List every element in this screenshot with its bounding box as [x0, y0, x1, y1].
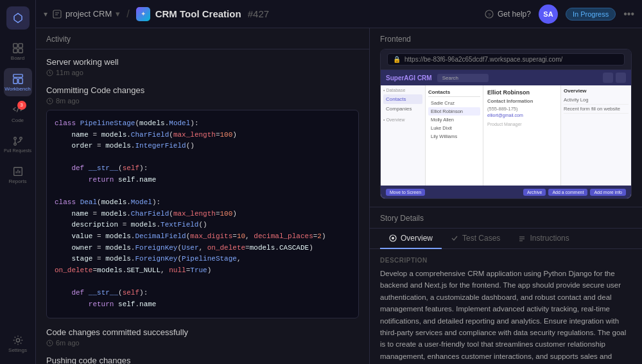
code-badge: 3	[17, 101, 26, 110]
activity-title-4: Pushing code changes	[46, 356, 359, 364]
crm-overview-item-1: Activity Log	[564, 96, 629, 105]
tab-test-cases[interactable]: Test Cases	[442, 229, 509, 249]
sidebar-collapse-button[interactable]: ▾	[44, 10, 48, 19]
story-details-header: Story Details	[370, 207, 642, 229]
story-description-label: DESCRIPTION	[380, 257, 632, 264]
svg-rect-7	[13, 78, 17, 83]
crm-contact-2[interactable]: Elliot Robinson	[428, 107, 480, 116]
browser-url-bar[interactable]: 🔒 https://be-83f6-96a2c65dcdf7.workspace…	[387, 53, 625, 65]
project-name: project CRM	[65, 9, 112, 19]
crm-overview-title: Overview	[564, 88, 629, 94]
activity-time-2: 8m ago	[46, 97, 359, 105]
svg-point-10	[13, 137, 16, 139]
crm-role: Product Manager	[487, 122, 557, 126]
crm-topbar: SuperAGI CRM Search	[381, 70, 631, 85]
issue-title-area: ✦ CRM Tool Creation #427	[136, 7, 480, 21]
crm-contact-info-label: Contact Information	[487, 98, 557, 104]
crm-brand: SuperAGI CRM	[386, 74, 432, 82]
activity-item-2: Committing Code changes 8m ago class Pip…	[46, 85, 359, 318]
sidebar-settings-label: Settings	[8, 347, 27, 353]
tab-instructions[interactable]: Instructions	[509, 229, 578, 249]
sidebar-board-label: Board	[11, 55, 24, 61]
svg-point-30	[392, 237, 394, 239]
activity-item-3: Code changes committed successfully 6m a…	[46, 327, 359, 347]
crm-contact-details: (555-889-175) elliort@gmail.com	[487, 105, 557, 119]
sidebar-item-workbench[interactable]: Workbench	[4, 68, 32, 96]
browser-bar: 🔒 https://be-83f6-96a2c65dcdf7.workspace…	[381, 49, 631, 70]
activity-item-1: Server working well 11m ago	[46, 57, 359, 76]
activity-title-2: Committing Code changes	[46, 85, 359, 95]
sidebar-item-code[interactable]: 3 Code	[4, 99, 32, 127]
svg-point-11	[13, 143, 16, 145]
overview-tab-icon	[389, 234, 397, 242]
activity-item-4: Pushing code changes 3m ago	[46, 356, 359, 364]
activity-header: Activity	[36, 28, 369, 49]
topbar-right-actions: ? Get help? SA In Progress •••	[485, 4, 634, 24]
story-tabs: Overview Test Cases	[370, 229, 642, 249]
crm-more-btn[interactable]: Add more info	[590, 189, 626, 196]
crm-body: • Database Contacts Companies • Overview…	[381, 85, 631, 186]
more-options-button[interactable]: •••	[623, 8, 634, 20]
crm-comment-btn[interactable]: Add a comment	[548, 189, 587, 196]
sidebar-pr-label: Pull Requests	[4, 148, 31, 153]
sidebar-item-board[interactable]: Board	[4, 37, 32, 65]
svg-text:?: ?	[488, 12, 491, 17]
user-avatar[interactable]: SA	[539, 4, 558, 24]
sidebar-reports-label: Reports	[8, 178, 26, 184]
app-logo	[6, 6, 30, 30]
sidebar-code-label: Code	[12, 117, 24, 123]
svg-rect-3	[18, 43, 22, 47]
crm-overview-item-2: Recent form fill on website	[564, 105, 629, 114]
sidebar-item-settings[interactable]: Settings	[4, 329, 32, 358]
test-cases-tab-icon	[451, 234, 458, 242]
project-chevron-icon: ▾	[116, 9, 120, 19]
sidebar-item-reports[interactable]: Reports	[4, 160, 32, 189]
clock-icon-1	[46, 69, 53, 76]
sidebar-item-pull-requests[interactable]: Pull Requests	[4, 130, 32, 158]
crm-contact-1[interactable]: Sadie Cruz	[428, 99, 480, 107]
story-content: DESCRIPTION Develop a comprehensive CRM …	[370, 249, 642, 364]
crm-contact-5[interactable]: Lily Williams	[428, 132, 480, 141]
svg-rect-6	[13, 74, 22, 77]
tab-overview[interactable]: Overview	[380, 229, 442, 249]
issue-title: CRM Tool Creation #427	[155, 8, 269, 19]
issue-icon: ✦	[136, 7, 150, 21]
clock-icon-2	[46, 98, 53, 105]
activity-title-1: Server working well	[46, 57, 359, 67]
get-help-button[interactable]: ? Get help?	[485, 10, 531, 19]
sidebar: Board Workbench 3 Code Pull Reques	[0, 0, 36, 364]
project-breadcrumb[interactable]: project CRM ▾	[53, 9, 120, 19]
crm-contacts-list: Contacts Sadie Cruz Elliot Robinson Moll…	[426, 85, 483, 186]
svg-rect-8	[18, 78, 22, 83]
status-badge[interactable]: In Progress	[566, 8, 616, 21]
crm-footer: Move to Screen Archive Add a comment Add…	[381, 186, 631, 198]
crm-move-btn[interactable]: Move to Screen	[386, 189, 425, 196]
crm-contact-3[interactable]: Molly Allen	[428, 116, 480, 124]
crm-archive-btn[interactable]: Archive	[523, 189, 546, 196]
browser-content: SuperAGI CRM Search • Database	[381, 70, 631, 198]
lock-icon: 🔒	[393, 56, 401, 63]
crm-nav-contacts[interactable]: Contacts	[383, 94, 422, 104]
crm-contact-4[interactable]: Luke Dixit	[428, 124, 480, 132]
crm-nav-companies[interactable]: Companies	[383, 104, 422, 114]
svg-rect-5	[18, 48, 22, 52]
crm-app-screenshot: SuperAGI CRM Search • Database	[381, 70, 631, 198]
story-description-text: Develop a comprehensive CRM application …	[380, 268, 632, 364]
svg-rect-4	[13, 48, 17, 52]
activity-time-1: 11m ago	[46, 69, 359, 76]
crm-search-bar[interactable]: Search	[437, 74, 489, 82]
crm-detail-panel: Elliot Robinson Contact Information (555…	[483, 85, 560, 186]
frontend-section: Frontend 🔒 https://be-83f6-96a2c65dcdf7.…	[370, 28, 642, 207]
issue-number: #427	[248, 8, 269, 19]
crm-list-header: Contacts	[428, 88, 480, 97]
instructions-tab-icon	[518, 234, 526, 242]
right-panel: Frontend 🔒 https://be-83f6-96a2c65dcdf7.…	[370, 28, 642, 364]
svg-rect-19	[53, 10, 61, 18]
svg-rect-2	[13, 43, 17, 47]
activity-panel: Activity Server working well 11m ago	[36, 28, 370, 364]
activity-feed: Server working well 11m ago Committing C…	[36, 49, 369, 364]
browser-frame: 🔒 https://be-83f6-96a2c65dcdf7.workspace…	[380, 49, 632, 199]
activity-title-3: Code changes committed successfully	[46, 327, 359, 337]
content-area: Activity Server working well 11m ago	[36, 28, 642, 364]
crm-contact-name: Elliot Robinson	[487, 89, 557, 96]
